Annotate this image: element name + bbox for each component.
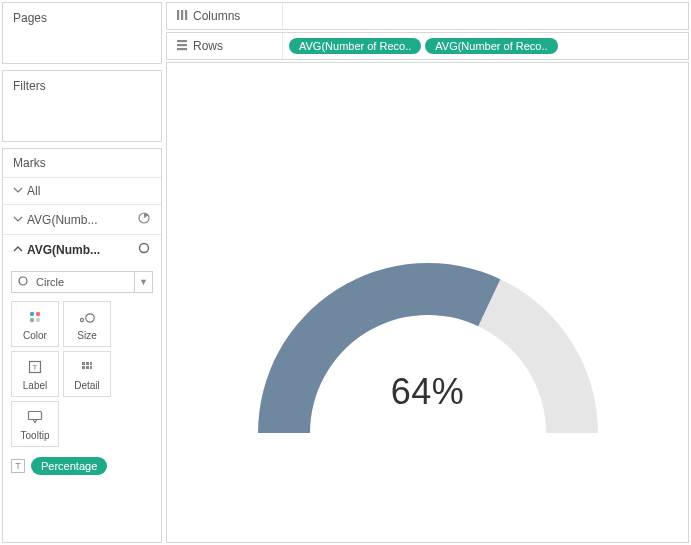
marks-row-2[interactable]: AVG(Numb... xyxy=(3,234,161,264)
marks-row-1[interactable]: AVG(Numb... xyxy=(3,204,161,234)
mark-type-label: Circle xyxy=(34,276,134,288)
columns-icon xyxy=(175,8,193,25)
svg-rect-14 xyxy=(82,366,85,369)
marks-row-2-label: AVG(Numb... xyxy=(27,243,137,257)
rows-body[interactable]: AVG(Number of Reco.. AVG(Number of Reco.… xyxy=(283,38,688,54)
size-icon xyxy=(78,308,96,326)
svg-point-6 xyxy=(36,317,40,321)
label-button[interactable]: T Label xyxy=(11,351,59,397)
side-panel: Pages Filters Marks All AVG(Numb... xyxy=(0,0,164,545)
pie-icon xyxy=(137,211,151,228)
label-icon: T xyxy=(28,358,42,376)
text-icon: T xyxy=(11,459,25,473)
svg-rect-17 xyxy=(29,411,42,419)
color-button-label: Color xyxy=(23,330,47,341)
svg-text:T: T xyxy=(33,363,38,372)
detail-button-label: Detail xyxy=(74,380,100,391)
svg-rect-12 xyxy=(86,362,89,365)
svg-rect-13 xyxy=(90,362,92,365)
columns-title: Columns xyxy=(193,9,240,23)
chevron-down-icon xyxy=(13,213,27,227)
label-button-label: Label xyxy=(23,380,47,391)
svg-point-2 xyxy=(19,277,27,285)
size-button-label: Size xyxy=(77,330,96,341)
detail-button[interactable]: Detail xyxy=(63,351,111,397)
svg-rect-16 xyxy=(90,366,92,369)
rows-icon xyxy=(175,38,193,55)
rows-title: Rows xyxy=(193,39,223,53)
filters-title: Filters xyxy=(3,71,161,101)
svg-point-5 xyxy=(30,317,34,321)
marks-title: Marks xyxy=(3,149,161,177)
svg-rect-11 xyxy=(82,362,85,365)
marks-pill-row: T Percentage xyxy=(3,449,161,483)
gauge-segment-rest xyxy=(478,279,598,433)
percentage-pill[interactable]: Percentage xyxy=(31,457,107,475)
pages-shelf[interactable]: Pages xyxy=(2,2,162,64)
size-button[interactable]: Size xyxy=(63,301,111,347)
marks-card: Marks All AVG(Numb... xyxy=(2,148,162,543)
gauge-value-label: 64% xyxy=(391,371,465,413)
svg-point-7 xyxy=(80,318,83,321)
tooltip-button[interactable]: Tooltip xyxy=(11,401,59,447)
chevron-up-icon xyxy=(13,243,27,257)
color-button[interactable]: Color xyxy=(11,301,59,347)
rows-shelf[interactable]: Rows AVG(Number of Reco.. AVG(Number of … xyxy=(166,32,689,60)
rows-pill-0[interactable]: AVG(Number of Reco.. xyxy=(289,38,421,54)
main-area: Columns Rows AVG(Number of Reco.. AVG(Nu… xyxy=(164,0,691,545)
caret-down-icon: ▼ xyxy=(134,272,152,292)
svg-point-3 xyxy=(30,311,34,315)
rows-pill-1[interactable]: AVG(Number of Reco.. xyxy=(425,38,557,54)
svg-rect-23 xyxy=(177,48,187,50)
svg-rect-15 xyxy=(86,366,89,369)
tooltip-icon xyxy=(27,408,43,426)
gauge-chart xyxy=(248,233,608,453)
svg-point-4 xyxy=(36,311,40,315)
visualization-canvas[interactable]: 64% xyxy=(166,62,689,543)
color-icon xyxy=(27,308,43,326)
marks-row-1-label: AVG(Numb... xyxy=(27,213,137,227)
chevron-down-icon xyxy=(13,184,27,198)
mark-buttons-grid: Color Size T xyxy=(3,299,161,449)
mark-type-dropdown[interactable]: Circle ▼ xyxy=(11,271,153,293)
marks-row-all-label: All xyxy=(27,184,151,198)
svg-rect-21 xyxy=(177,40,187,42)
detail-icon xyxy=(80,358,94,376)
circle-icon xyxy=(137,241,151,258)
svg-rect-22 xyxy=(177,44,187,46)
svg-rect-19 xyxy=(181,10,183,20)
svg-point-8 xyxy=(86,313,94,321)
pages-title: Pages xyxy=(3,3,161,33)
marks-row-all[interactable]: All xyxy=(3,177,161,204)
svg-point-1 xyxy=(140,244,149,253)
svg-rect-20 xyxy=(185,10,187,20)
tooltip-button-label: Tooltip xyxy=(21,430,50,441)
columns-shelf[interactable]: Columns xyxy=(166,2,689,30)
circle-icon xyxy=(12,275,34,289)
filters-shelf[interactable]: Filters xyxy=(2,70,162,142)
svg-rect-18 xyxy=(177,10,179,20)
